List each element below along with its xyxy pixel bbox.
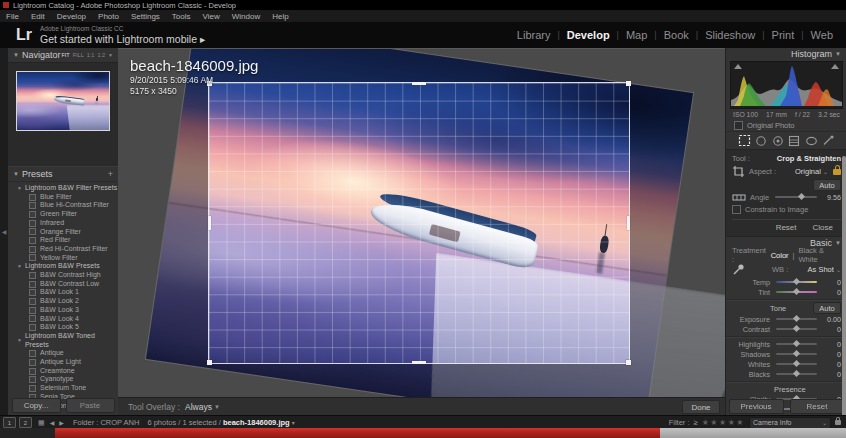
angle-slider[interactable] — [775, 196, 817, 198]
histogram-header[interactable]: Histogram ▼ — [726, 48, 846, 60]
histogram-graph[interactable] — [730, 61, 843, 109]
monitor-1-button[interactable]: 1 — [3, 417, 16, 428]
blacks-slider[interactable] — [776, 373, 817, 375]
auto-straighten-button[interactable]: Auto — [813, 179, 841, 191]
preset-item[interactable]: B&W Look 2 — [8, 297, 118, 306]
blacks-slider-thumb[interactable] — [793, 369, 800, 376]
filmstrip-thumbnails-clipped[interactable] — [0, 428, 846, 438]
spot-removal-icon[interactable] — [755, 135, 767, 147]
shadows-value[interactable]: 0 — [823, 350, 841, 359]
crop-handle-bottom-left[interactable] — [207, 360, 212, 365]
tone-auto-button[interactable]: Auto — [813, 302, 841, 314]
straighten-level-icon[interactable] — [732, 193, 746, 202]
contrast-slider[interactable] — [776, 328, 817, 330]
exposure-slider-thumb[interactable] — [793, 314, 800, 321]
exposure-value[interactable]: 0.00 — [823, 315, 841, 324]
preset-item[interactable]: B&W Look 1 — [8, 288, 118, 297]
whites-slider-thumb[interactable] — [793, 359, 800, 366]
module-develop[interactable]: Develop — [560, 29, 617, 41]
tint-slider[interactable] — [776, 291, 817, 293]
zoom-1-2[interactable]: 1:2 — [97, 52, 105, 58]
copy-button[interactable]: Copy... — [12, 398, 61, 413]
menu-photo[interactable]: Photo — [92, 12, 125, 21]
navigator-header[interactable]: ▼ Navigator FIT FILL 1:1 1:2 ▼ — [8, 48, 118, 62]
menu-tools[interactable]: Tools — [166, 12, 197, 21]
preset-item[interactable]: B&W Contrast High — [8, 271, 118, 280]
treatment-color[interactable]: Color — [771, 251, 789, 260]
crop-frame-grid[interactable] — [208, 82, 630, 364]
add-preset-button[interactable]: + — [108, 169, 113, 179]
previous-photo-icon[interactable]: ◀ — [50, 419, 55, 426]
blacks-value[interactable]: 0 — [823, 370, 841, 379]
menu-help[interactable]: Help — [266, 12, 294, 21]
paste-button[interactable]: Paste — [66, 398, 115, 413]
crop-reset-button[interactable]: Reset — [776, 223, 797, 232]
star-rating-filter[interactable]: ★★★★★ — [702, 418, 745, 427]
preset-item[interactable]: B&W Look 3 — [8, 306, 118, 315]
crop-handle-top[interactable] — [412, 82, 426, 85]
selected-thumbnail-strip[interactable] — [55, 428, 660, 438]
preset-item[interactable]: Infrared — [8, 219, 118, 228]
tool-overlay-value[interactable]: Always — [185, 402, 212, 412]
develop-canvas[interactable]: beach-1846009.jpg 9/20/2015 5:09:46 AM 5… — [118, 48, 725, 398]
red-eye-icon[interactable] — [772, 135, 784, 147]
menu-develop[interactable]: Develop — [51, 12, 92, 21]
preset-item[interactable]: Red Hi-Contrast Filter — [8, 245, 118, 254]
crop-handle-right[interactable] — [627, 216, 630, 230]
camera-info-dropdown[interactable]: Camera Info ⌄ — [749, 417, 831, 429]
crop-handle-bottom[interactable] — [412, 361, 426, 364]
lock-icon[interactable] — [833, 169, 841, 175]
menu-view[interactable]: View — [197, 12, 226, 21]
preset-item[interactable]: Blue Hi-Contrast Filter — [8, 201, 118, 210]
preset-item[interactable]: Cyanotype — [8, 375, 118, 384]
original-photo-checkbox[interactable] — [734, 121, 743, 130]
done-button[interactable]: Done — [682, 400, 720, 414]
shadows-slider-thumb[interactable] — [793, 349, 800, 356]
highlights-value[interactable]: 0 — [823, 340, 841, 349]
crop-handle-left[interactable] — [208, 216, 211, 230]
folder-path[interactable]: Folder : CROP ANH — [73, 418, 140, 427]
zoom-fill[interactable]: FILL — [73, 52, 84, 58]
menu-settings[interactable]: Settings — [125, 12, 166, 21]
aspect-value[interactable]: Original ⌄ — [795, 167, 828, 176]
highlight-clipping-icon[interactable] — [831, 64, 839, 69]
crop-handle-bottom-right[interactable] — [626, 360, 631, 365]
module-library[interactable]: Library — [510, 29, 558, 41]
adjustment-brush-icon[interactable] — [822, 135, 835, 147]
wb-value[interactable]: As Shot ⌄ — [808, 265, 841, 274]
reset-button[interactable]: Reset — [790, 399, 845, 414]
module-print[interactable]: Print — [765, 29, 802, 41]
menu-edit[interactable]: Edit — [25, 12, 51, 21]
exposure-slider[interactable] — [776, 318, 817, 320]
preset-item[interactable]: Selenium Tone — [8, 384, 118, 393]
menu-file[interactable]: File — [0, 12, 25, 21]
presets-header[interactable]: ▼ Presets + — [8, 167, 118, 182]
temp-value[interactable]: 0 — [823, 278, 841, 287]
whites-slider[interactable] — [776, 363, 817, 365]
selected-filename[interactable]: beach-1846009.jpg — [223, 418, 290, 427]
crop-tool-icon[interactable] — [738, 134, 751, 147]
crop-handle-top-right[interactable] — [626, 81, 631, 86]
crop-close-button[interactable]: Close — [813, 223, 833, 232]
right-panel-scrollbar[interactable] — [842, 156, 846, 438]
monitor-2-button[interactable]: 2 — [19, 417, 32, 428]
tint-value[interactable]: 0 — [823, 288, 841, 297]
temp-slider[interactable] — [776, 281, 817, 283]
preset-group[interactable]: ▼Lightroom B&W Presets — [8, 262, 118, 271]
constrain-checkbox[interactable] — [732, 205, 741, 214]
temp-slider-thumb[interactable] — [793, 277, 800, 284]
zoom-1-1[interactable]: 1:1 — [87, 52, 95, 58]
module-web[interactable]: Web — [804, 29, 840, 41]
zoom-fit[interactable]: FIT — [61, 52, 69, 58]
angle-slider-thumb[interactable] — [798, 192, 805, 199]
filter-ge-icon[interactable]: ≥ — [694, 418, 698, 427]
preset-item[interactable]: Blue Filter — [8, 193, 118, 202]
treatment-bw[interactable]: Black & White — [799, 246, 841, 264]
module-slideshow[interactable]: Slideshow — [698, 29, 762, 41]
module-book[interactable]: Book — [657, 29, 696, 41]
preset-item[interactable]: Antique Light — [8, 358, 118, 367]
preset-group[interactable]: ▼Lightroom B&W Filter Presets — [8, 184, 118, 193]
preset-item[interactable]: Red Filter — [8, 236, 118, 245]
filter-lock-icon[interactable] — [835, 420, 841, 425]
tint-slider-thumb[interactable] — [793, 287, 800, 294]
